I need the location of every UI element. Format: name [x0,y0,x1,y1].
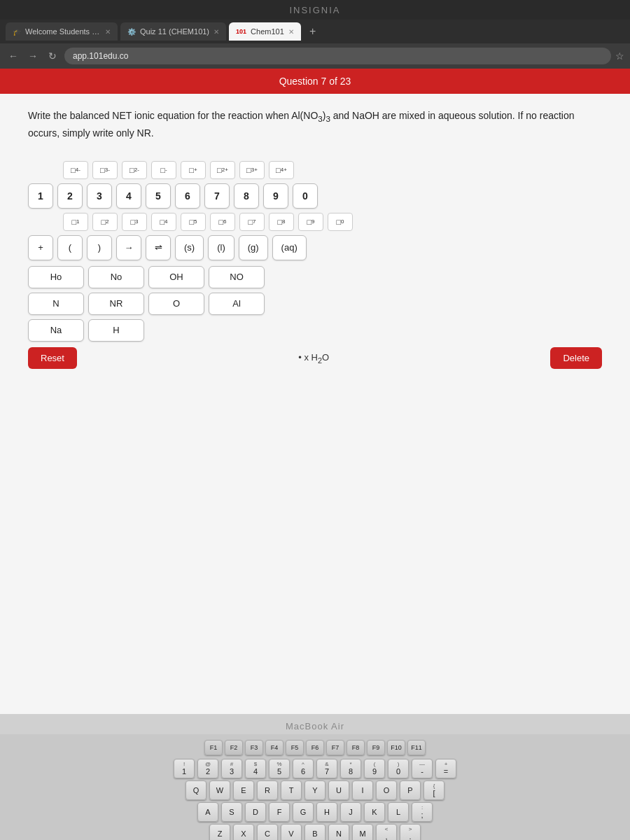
sym-aqueous[interactable]: (aq) [272,235,307,260]
key-I[interactable]: I [352,780,373,800]
elem-No[interactable]: No [88,266,144,288]
refresh-button[interactable]: ↻ [45,48,60,64]
bookmark-icon[interactable]: ☆ [615,50,624,62]
num-btn-7[interactable]: 7 [204,183,230,209]
reset-button[interactable]: Reset [28,347,77,369]
sym-arrow[interactable]: → [116,235,141,260]
key-bracket-open[interactable]: {[ [424,780,444,800]
key-F9[interactable]: F9 [367,740,385,755]
key-R[interactable]: R [257,780,278,800]
forward-button[interactable]: → [25,48,41,64]
sup-btn-4minus[interactable]: □4- [63,161,88,179]
tab-add-button[interactable]: + [304,22,322,41]
key-6[interactable]: ^6 [293,759,314,778]
key-5[interactable]: %5 [269,759,290,778]
sub-btn-4[interactable]: □4 [151,213,176,231]
key-3[interactable]: #3 [221,759,242,778]
key-F10[interactable]: F10 [387,740,405,755]
sup-btn-4plus[interactable]: □4+ [269,161,294,179]
key-L[interactable]: L [388,802,409,822]
sym-liquid[interactable]: (l) [208,235,234,260]
key-F2[interactable]: F2 [225,740,243,755]
num-btn-8[interactable]: 8 [234,183,259,209]
key-T[interactable]: T [281,780,302,800]
address-input[interactable] [64,48,611,64]
tab-close-1[interactable]: ✕ [105,28,111,36]
key-comma[interactable]: <, [376,824,397,840]
num-btn-5[interactable]: 5 [146,183,171,209]
key-S[interactable]: S [221,802,242,822]
key-O[interactable]: O [376,780,397,800]
sub-btn-0[interactable]: □0 [328,213,353,231]
key-Y[interactable]: Y [304,780,326,800]
tab-close-3[interactable]: ✕ [288,28,294,36]
num-btn-4[interactable]: 4 [116,183,141,209]
key-A[interactable]: A [197,802,218,822]
key-F[interactable]: F [269,802,290,822]
key-minus[interactable]: —- [412,759,433,778]
key-Z[interactable]: Z [209,824,230,840]
elem-H[interactable]: H [88,319,144,342]
key-U[interactable]: U [328,780,349,800]
num-btn-2[interactable]: 2 [57,183,83,209]
key-2[interactable]: @2 [197,759,218,778]
num-btn-3[interactable]: 3 [87,183,112,209]
sub-btn-3[interactable]: □3 [122,213,147,231]
elem-Na[interactable]: Na [28,319,84,342]
sub-btn-7[interactable]: □7 [239,213,265,231]
key-C[interactable]: C [257,824,278,840]
key-equals[interactable]: += [435,759,456,778]
sym-close-paren[interactable]: ) [87,235,112,260]
tab-chem101[interactable]: 101 Chem101 ✕ [229,22,301,41]
key-M[interactable]: M [352,824,373,840]
key-W[interactable]: W [209,780,230,800]
sym-gas[interactable]: (g) [239,235,268,260]
key-F8[interactable]: F8 [346,740,365,755]
tab-close-2[interactable]: ✕ [214,28,219,36]
sym-solid[interactable]: (s) [175,235,204,260]
key-E[interactable]: E [233,780,254,800]
key-D[interactable]: D [245,802,266,822]
key-F3[interactable]: F3 [245,740,263,755]
key-N[interactable]: N [328,824,349,840]
water-formula-btn[interactable]: • x H2O [298,352,329,365]
sup-btn-3plus[interactable]: □3+ [239,161,265,179]
elem-O[interactable]: O [148,293,204,315]
key-semicolon[interactable]: :; [412,802,433,822]
key-7[interactable]: &7 [316,759,337,778]
key-J[interactable]: J [340,802,361,822]
sub-btn-6[interactable]: □6 [210,213,235,231]
key-F6[interactable]: F6 [306,740,324,755]
elem-Al[interactable]: Al [209,293,265,315]
sup-btn-minus[interactable]: □- [151,161,176,179]
sup-btn-3minus[interactable]: □3- [92,161,118,179]
key-F7[interactable]: F7 [326,740,344,755]
key-B[interactable]: B [304,824,326,840]
key-F1[interactable]: F1 [204,740,223,755]
sub-btn-5[interactable]: □5 [181,213,206,231]
sym-equilibrium[interactable]: ⇌ [146,235,171,260]
sub-btn-9[interactable]: □9 [298,213,323,231]
key-H[interactable]: H [316,802,337,822]
delete-button[interactable]: Delete [550,347,602,369]
key-V[interactable]: V [281,824,302,840]
key-8[interactable]: *8 [340,759,361,778]
key-X[interactable]: X [233,824,254,840]
back-button[interactable]: ← [6,48,21,64]
sub-btn-2[interactable]: □2 [92,213,118,231]
num-btn-0[interactable]: 0 [293,183,318,209]
num-btn-1[interactable]: 1 [28,183,53,209]
key-1[interactable]: !1 [174,759,195,778]
key-K[interactable]: K [364,802,385,822]
elem-NO[interactable]: NO [209,266,265,288]
key-G[interactable]: G [293,802,314,822]
sub-btn-8[interactable]: □8 [269,213,294,231]
tab-quiz[interactable]: ⚙️ Quiz 11 (CHEM101) ✕ [120,22,226,41]
sup-btn-2plus[interactable]: □2+ [210,161,235,179]
key-Q[interactable]: Q [186,780,206,800]
sup-btn-plus[interactable]: □+ [181,161,206,179]
key-F11[interactable]: F11 [407,740,426,755]
sub-btn-1[interactable]: □1 [63,213,88,231]
sup-btn-2minus[interactable]: □2- [122,161,147,179]
key-9[interactable]: (9 [364,759,385,778]
